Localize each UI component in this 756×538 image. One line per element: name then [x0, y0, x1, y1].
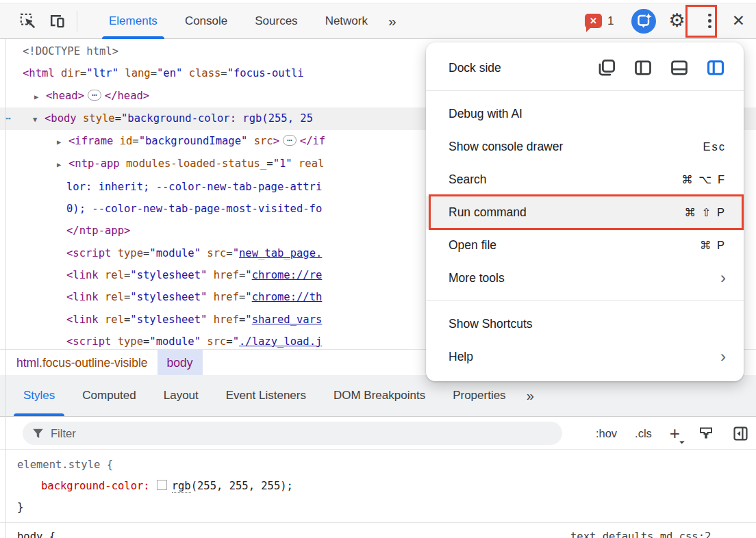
- punct-token: =: [239, 313, 245, 326]
- menu-item-show-console-drawer[interactable]: Show console drawerEsc: [426, 130, 744, 163]
- toggle-sidebar-icon[interactable]: [732, 425, 749, 442]
- attribute-token: href: [207, 313, 239, 326]
- panel-tabs: ElementsConsoleSourcesNetwork: [95, 3, 381, 38]
- error-badge-icon: ✕: [585, 14, 602, 28]
- attribute-token: type: [111, 247, 143, 259]
- toggle-element-classes-button[interactable]: .cls: [635, 427, 652, 440]
- devtools-left-border: [5, 39, 6, 538]
- sidebar-tab-dom-breakpoints[interactable]: DOM Breakpoints: [320, 375, 439, 416]
- new-style-rule-button[interactable]: +: [670, 423, 680, 444]
- tag-token: </head>: [105, 90, 149, 102]
- color-swatch[interactable]: [157, 480, 167, 490]
- sidebar-tab-styles[interactable]: Styles: [10, 375, 68, 416]
- attribute-token: real: [292, 157, 325, 170]
- tab-sources[interactable]: Sources: [241, 3, 311, 38]
- sidebar-tab-computed[interactable]: Computed: [68, 375, 149, 416]
- value-token: "stylesheet": [130, 291, 207, 303]
- sidebar-tab-layout[interactable]: Layout: [150, 375, 212, 416]
- value-token: ": [233, 335, 239, 348]
- menu-item-more-tools[interactable]: More tools›: [426, 261, 744, 294]
- toggle-device-toolbar-icon[interactable]: [48, 12, 66, 30]
- crumb-class: .focus-outline-visible: [39, 356, 148, 370]
- more-tabs-icon[interactable]: »: [381, 13, 403, 29]
- error-indicator[interactable]: ✕ 1: [585, 14, 614, 28]
- undock-icon[interactable]: [596, 57, 617, 78]
- ai-assistance-icon[interactable]: [631, 8, 657, 34]
- submenu-chevron-icon: ›: [720, 270, 726, 286]
- attribute-token: href: [207, 291, 239, 303]
- css-value: (255, 255, 255);: [191, 480, 293, 492]
- menu-item-dock-side[interactable]: Dock side: [426, 51, 744, 84]
- tag-token: >: [273, 135, 279, 147]
- inspect-element-icon[interactable]: [19, 12, 37, 30]
- menu-divider: [426, 300, 744, 301]
- sidebar-tab-properties[interactable]: Properties: [439, 375, 519, 416]
- css-value-function[interactable]: rgb: [172, 480, 191, 493]
- tag-token: </ntp-app>: [66, 225, 130, 237]
- tag-token: <iframe: [68, 135, 113, 147]
- punct-token: =: [132, 135, 138, 147]
- css-property-name[interactable]: background-color:: [41, 480, 150, 492]
- punct-token: =: [239, 269, 245, 281]
- value-token: "ltr": [86, 67, 118, 79]
- tab-elements[interactable]: Elements: [95, 3, 171, 38]
- value-token: "focus-outli: [227, 67, 304, 79]
- style-rule-close: }: [0, 497, 756, 518]
- tag-token: </if: [300, 135, 325, 147]
- attribute-token: rel: [99, 269, 124, 281]
- menu-item-debug-with-ai[interactable]: Debug with AI: [426, 97, 744, 130]
- tag-token: <script: [66, 247, 111, 259]
- punct-token: =: [143, 247, 149, 259]
- menu-shortcut: Esc: [703, 140, 726, 153]
- breadcrumb-item[interactable]: html.focus-outline-visible: [7, 350, 158, 376]
- toggle-pseudo-classes-button[interactable]: :hov: [596, 427, 617, 440]
- disclosure-arrow-icon[interactable]: ▼: [33, 108, 45, 130]
- expand-ellipsis-button[interactable]: ⋯: [88, 90, 101, 101]
- tag-token: <link: [66, 313, 99, 326]
- punct-token: =: [143, 335, 149, 348]
- menu-item-search[interactable]: Search⌘ ⌥ F: [426, 163, 744, 196]
- dock-to-right-icon[interactable]: [705, 57, 726, 78]
- menu-item-open-file[interactable]: Open file⌘ P: [426, 229, 744, 261]
- close-devtools-icon[interactable]: ✕: [732, 12, 745, 30]
- disclosure-arrow-icon[interactable]: ▶: [34, 86, 46, 107]
- dock-to-left-icon[interactable]: [633, 57, 653, 78]
- value-token: ": [233, 247, 239, 259]
- stylesheet-link[interactable]: text_defaults_md.css:2: [570, 526, 711, 538]
- customize-menu-icon[interactable]: [702, 8, 718, 35]
- menu-item-label: Search: [449, 172, 681, 187]
- menu-item-show-shortcuts[interactable]: Show Shortcuts: [426, 307, 744, 340]
- tab-console[interactable]: Console: [171, 3, 241, 38]
- settings-gear-icon[interactable]: ⚙: [669, 12, 685, 30]
- value-token: "en": [157, 67, 182, 79]
- resource-link[interactable]: chrome://re: [252, 269, 323, 281]
- resource-link[interactable]: shared_vars: [252, 313, 323, 326]
- resource-link[interactable]: chrome://th: [252, 291, 323, 303]
- resource-link[interactable]: ./lazy_load.j: [239, 335, 322, 348]
- expand-ellipsis-button[interactable]: ⋯: [283, 135, 297, 146]
- dock-to-bottom-icon[interactable]: [669, 57, 690, 78]
- tab-network[interactable]: Network: [312, 3, 381, 38]
- style-rule-body: body {text_defaults_md.css:2: [0, 526, 756, 538]
- punct-token: =: [115, 112, 121, 125]
- sidebar-tab-event-listeners[interactable]: Event Listeners: [212, 375, 320, 416]
- styles-filter-input[interactable]: Filter: [23, 422, 562, 445]
- rule-divider: [0, 522, 756, 523]
- value-token: lor: inherit; --color-new-tab-page-attri: [66, 181, 322, 193]
- more-sidebar-tabs-icon[interactable]: »: [520, 375, 541, 416]
- value-token: "module": [149, 247, 201, 259]
- menu-item-label: Show console drawer: [449, 140, 703, 154]
- menu-item-help[interactable]: Help›: [426, 340, 744, 373]
- menu-item-run-command[interactable]: Run command⌘ ⇧ P: [426, 196, 744, 229]
- resource-link[interactable]: new_tab_page.: [239, 247, 322, 259]
- devtools-toolbar: ElementsConsoleSourcesNetwork » ✕ 1 ⚙ ✕: [0, 3, 756, 39]
- punct-token: =: [266, 157, 273, 170]
- disclosure-arrow-icon[interactable]: ▶: [57, 131, 68, 153]
- rendering-brush-icon[interactable]: [698, 425, 714, 441]
- disclosure-arrow-icon[interactable]: ▶: [57, 153, 68, 175]
- attribute-token: rel: [99, 313, 124, 326]
- value-token: "module": [149, 335, 201, 348]
- breadcrumb-item[interactable]: body: [158, 350, 203, 376]
- punct-token: =: [220, 67, 227, 79]
- punct-token: =: [80, 67, 86, 79]
